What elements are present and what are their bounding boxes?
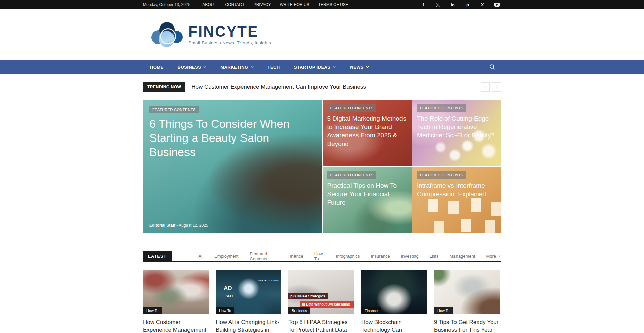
featured-contents-badge[interactable]: FEATURED CONTENTS bbox=[327, 104, 377, 112]
article-title[interactable]: The Role of Cutting-Edge Tech in Regener… bbox=[417, 114, 497, 140]
article-thumbnail[interactable]: AD SEO LINK BUILDING How To bbox=[216, 270, 281, 314]
linkedin-icon[interactable]: in bbox=[449, 1, 457, 9]
article-card: Finance How Blockchain Technology Can Tr… bbox=[361, 270, 427, 333]
article-title[interactable]: 6 Things To Consider When Starting a Bea… bbox=[149, 117, 297, 159]
featured-article-main[interactable]: FEATURED CONTENTS 6 Things To Consider W… bbox=[143, 100, 322, 233]
trending-badge: TRENDING NOW bbox=[143, 82, 185, 92]
main-nav: HOME BUSINESS MARKETING TECH STARTUP IDE… bbox=[0, 60, 644, 74]
x-icon[interactable]: X bbox=[478, 1, 486, 9]
article-title[interactable]: Intraframe vs Interframe Compression: Ex… bbox=[417, 181, 497, 198]
social-icons: f in p X bbox=[419, 1, 501, 9]
logo-circles-icon bbox=[151, 22, 183, 47]
filter-management[interactable]: Management bbox=[449, 254, 475, 259]
filter-lists[interactable]: Lists bbox=[430, 254, 439, 259]
trending-headline[interactable]: How Customer Experience Management Can I… bbox=[191, 84, 366, 90]
topbar-link-contact[interactable]: CONTACT bbox=[225, 2, 245, 7]
article-title[interactable]: How Blockchain Technology Can Transform … bbox=[361, 319, 427, 333]
instagram-icon[interactable] bbox=[434, 1, 442, 9]
featured-grid: FEATURED CONTENTS 6 Things To Consider W… bbox=[143, 100, 501, 233]
pinterest-icon[interactable]: p bbox=[464, 1, 472, 9]
topbar-link-write-for-us[interactable]: WRITE FOR US bbox=[280, 2, 309, 7]
chevron-down-icon bbox=[333, 66, 336, 68]
top-bar: Monday, October 13, 2025 ABOUT CONTACT P… bbox=[0, 0, 644, 9]
topbar-link-terms-of-use[interactable]: TERMS OF USE bbox=[318, 2, 348, 7]
article-thumbnail[interactable]: Finance bbox=[361, 270, 427, 314]
filter-featured-contents[interactable]: Featured Contents bbox=[250, 251, 276, 261]
prev-arrow-button[interactable] bbox=[481, 82, 490, 92]
filter-insurance[interactable]: Insurance bbox=[371, 254, 390, 259]
filter-investing[interactable]: Investing bbox=[401, 254, 419, 259]
article-title[interactable]: 9 Tips To Get Ready Your Business For Th… bbox=[434, 319, 500, 333]
article-card: p 8 HIPAA Strategies nt Data Without Ove… bbox=[288, 270, 354, 333]
search-icon bbox=[489, 64, 495, 70]
search-button[interactable] bbox=[484, 60, 501, 74]
article-author[interactable]: Editorial Staff bbox=[149, 223, 175, 228]
featured-article-compression[interactable]: FEATURED CONTENTS Intraframe vs Interfra… bbox=[412, 167, 501, 233]
topbar-link-privacy[interactable]: PRIVACY bbox=[254, 2, 271, 7]
article-date: August 12, 2025 bbox=[179, 223, 208, 228]
nav-item-tech[interactable]: TECH bbox=[261, 60, 287, 74]
latest-cards-row: How To How Customer Experience Managemen… bbox=[143, 270, 501, 333]
article-card: AD SEO LINK BUILDING How To How AI is Ch… bbox=[216, 270, 281, 333]
nav-item-marketing[interactable]: MARKETING bbox=[213, 60, 260, 74]
topbar-links: ABOUT CONTACT PRIVACY WRITE FOR US TERMS… bbox=[202, 2, 348, 7]
filter-all[interactable]: All bbox=[199, 254, 203, 259]
next-arrow-button[interactable] bbox=[492, 82, 501, 92]
facebook-icon[interactable]: f bbox=[419, 1, 427, 9]
featured-article-medicine[interactable]: FEATURED CONTENTS The Role of Cutting-Ed… bbox=[412, 100, 501, 166]
featured-contents-badge[interactable]: FEATURED CONTENTS bbox=[149, 106, 199, 113]
trending-section: TRENDING NOW How Customer Experience Man… bbox=[0, 82, 644, 92]
article-thumbnail[interactable]: How To bbox=[434, 270, 500, 314]
chevron-down-icon bbox=[498, 255, 501, 257]
featured-contents-badge[interactable]: FEATURED CONTENTS bbox=[327, 171, 377, 179]
chevron-down-icon bbox=[366, 66, 369, 68]
latest-section: LATEST All Employment Featured Contents … bbox=[143, 251, 501, 262]
article-thumbnail[interactable]: p 8 HIPAA Strategies nt Data Without Ove… bbox=[288, 270, 354, 314]
filter-finance[interactable]: Finance bbox=[287, 254, 303, 259]
article-title[interactable]: How AI is Changing Link-Building Strateg… bbox=[216, 319, 281, 333]
nav-item-business[interactable]: BUSINESS bbox=[171, 60, 214, 74]
category-badge[interactable]: Finance bbox=[361, 307, 381, 314]
logo-tagline: Small Business News, Trends, Insights bbox=[188, 40, 271, 45]
category-filters: All Employment Featured Contents Finance… bbox=[199, 251, 501, 261]
filter-how-to[interactable]: How To bbox=[314, 251, 325, 261]
article-card: How To How Customer Experience Managemen… bbox=[143, 270, 209, 333]
category-badge[interactable]: How To bbox=[216, 307, 234, 314]
featured-contents-badge[interactable]: FEATURED CONTENTS bbox=[417, 104, 466, 112]
filter-more[interactable]: More bbox=[486, 254, 501, 259]
current-date: Monday, October 13, 2025 bbox=[143, 2, 190, 7]
topbar-link-about[interactable]: ABOUT bbox=[202, 2, 216, 7]
article-title[interactable]: Practical Tips on How To Secure Your Fin… bbox=[327, 181, 408, 207]
article-title[interactable]: 5 Digital Marketing Methods to Increase … bbox=[327, 114, 408, 148]
category-badge[interactable]: Business bbox=[288, 307, 310, 314]
chevron-right-icon bbox=[495, 85, 498, 89]
nav-item-news[interactable]: NEWS bbox=[343, 60, 376, 74]
nav-item-home[interactable]: HOME bbox=[143, 60, 171, 74]
nav-item-startup-ideas[interactable]: STARTUP IDEAS bbox=[287, 60, 343, 74]
logo-title: FINCYTE bbox=[188, 24, 271, 39]
site-header: FINCYTE Small Business News, Trends, Ins… bbox=[0, 9, 644, 60]
featured-contents-badge[interactable]: FEATURED CONTENTS bbox=[417, 171, 466, 179]
featured-article-financial-future[interactable]: FEATURED CONTENTS Practical Tips on How … bbox=[323, 167, 412, 233]
latest-header-bar: LATEST All Employment Featured Contents … bbox=[143, 251, 501, 262]
youtube-icon[interactable] bbox=[493, 1, 501, 9]
article-card: How To 9 Tips To Get Ready Your Business… bbox=[434, 270, 500, 333]
chevron-down-icon bbox=[203, 66, 206, 68]
filter-infographics[interactable]: Infographics bbox=[336, 254, 360, 259]
article-title[interactable]: How Customer Experience Management Can I… bbox=[143, 319, 209, 333]
featured-article-marketing[interactable]: FEATURED CONTENTS 5 Digital Marketing Me… bbox=[323, 100, 412, 166]
article-thumbnail[interactable]: How To bbox=[143, 270, 209, 314]
article-title[interactable]: Top 8 HIPAA Strategies To Protect Patien… bbox=[288, 319, 354, 333]
category-badge[interactable]: How To bbox=[434, 307, 453, 314]
filter-employment[interactable]: Employment bbox=[214, 254, 238, 259]
site-logo[interactable]: FINCYTE Small Business News, Trends, Ins… bbox=[151, 22, 501, 47]
chevron-left-icon bbox=[484, 85, 487, 89]
chevron-down-icon bbox=[251, 66, 254, 68]
latest-badge: LATEST bbox=[143, 251, 172, 261]
category-badge[interactable]: How To bbox=[143, 307, 162, 314]
